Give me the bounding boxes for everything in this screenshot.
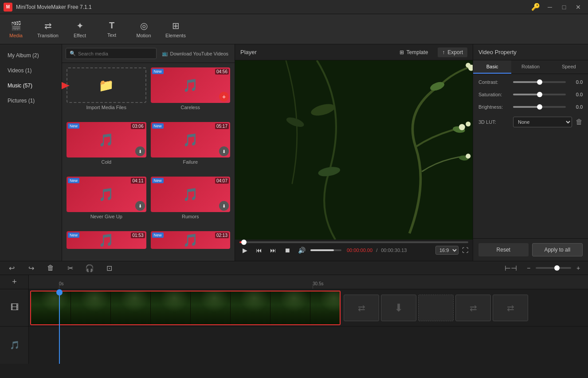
brightness-row: Brightness: 0.0 bbox=[478, 104, 583, 110]
play-button[interactable]: ▶ bbox=[239, 245, 250, 256]
new-badge-cold: New bbox=[68, 123, 79, 129]
transition-slot-2[interactable]: ⬇ bbox=[381, 295, 416, 321]
brightness-slider[interactable] bbox=[513, 106, 566, 108]
transition-slot-1[interactable]: ⇄ bbox=[344, 295, 379, 321]
transition-arrow-5: ⇄ bbox=[507, 303, 514, 313]
saturation-slider[interactable] bbox=[513, 94, 566, 95]
media-card-item6[interactable]: 🎵 New 01:53 bbox=[67, 231, 146, 256]
download-cold-button[interactable]: ⬇ bbox=[135, 146, 145, 156]
download-ngu-button[interactable]: ⬇ bbox=[135, 201, 145, 211]
aspect-ratio-select[interactable]: 16:9 4:3 1:1 bbox=[435, 246, 459, 255]
player-video bbox=[235, 60, 473, 240]
sidebar-item-music[interactable]: Music (57) bbox=[0, 78, 62, 93]
transition-slot-3[interactable] bbox=[418, 295, 454, 321]
ruler-mark-1: 30.5s bbox=[313, 281, 323, 286]
new-badge-item7: New bbox=[152, 232, 164, 238]
maximize-button[interactable]: □ bbox=[558, 2, 570, 12]
sidebar-item-album[interactable]: My Album (2) bbox=[0, 48, 62, 63]
tab-basic[interactable]: Basic bbox=[473, 60, 511, 74]
media-card-rumors[interactable]: 🎵 New 04:07 ⬇ Rumors bbox=[151, 177, 231, 227]
brightness-slider-thumb bbox=[537, 104, 542, 110]
toolbar-media[interactable]: 🎬 Media bbox=[0, 14, 32, 44]
crop-button[interactable]: ⊡ bbox=[103, 262, 115, 274]
download-rumors-button[interactable]: ⬇ bbox=[219, 201, 229, 211]
duration-careless: 04:56 bbox=[215, 69, 229, 75]
delete-button[interactable]: 🗑 bbox=[44, 262, 57, 274]
clip-frame-2 bbox=[71, 291, 111, 324]
transition-slot-5[interactable]: ⇄ bbox=[493, 295, 528, 321]
controls-row: ▶ ⏮ ⏭ ⏹ 🔊 00:00:00.00 / 00:00:30.13 16:9… bbox=[239, 245, 468, 256]
redo-button[interactable]: ↪ bbox=[25, 262, 37, 274]
clip-frame-7 bbox=[270, 291, 310, 324]
volume-slider[interactable] bbox=[310, 249, 341, 251]
minimize-button[interactable]: ─ bbox=[544, 2, 556, 12]
sidebar: My Album (2) Videos (1) Music (57) Pictu… bbox=[0, 44, 62, 261]
import-label: Import Media Files bbox=[67, 105, 146, 110]
sidebar-item-videos[interactable]: Videos (1) bbox=[0, 63, 62, 78]
apply-all-button[interactable]: Apply to all bbox=[532, 243, 583, 256]
volume-button[interactable]: 🔊 bbox=[296, 245, 307, 256]
playhead[interactable] bbox=[59, 289, 60, 364]
prev-frame-button[interactable]: ⏮ bbox=[254, 245, 264, 256]
contrast-slider[interactable] bbox=[513, 81, 566, 83]
add-careless-button[interactable]: + bbox=[219, 92, 229, 102]
audio-track bbox=[29, 327, 588, 364]
zoom-slider[interactable] bbox=[536, 267, 571, 269]
progress-bar[interactable] bbox=[239, 241, 468, 243]
music-note-icon-3: 🎵 bbox=[183, 133, 198, 147]
toolbar-motion[interactable]: ◎ Motion bbox=[128, 14, 160, 44]
download-youtube-button[interactable]: 📺 Download YouTube Videos bbox=[159, 49, 231, 58]
tab-speed[interactable]: Speed bbox=[550, 60, 588, 74]
video-clip[interactable] bbox=[30, 291, 341, 325]
cut-button[interactable]: ✂ bbox=[64, 262, 76, 274]
media-card-failure[interactable]: 🎵 New 05:17 ⬇ Failure bbox=[151, 122, 231, 172]
tab-rotation[interactable]: Rotation bbox=[511, 60, 549, 74]
property-tabs: Basic Rotation Speed bbox=[473, 60, 588, 74]
time-current: 00:00:00.00 bbox=[347, 248, 372, 253]
close-button[interactable]: ✕ bbox=[572, 2, 584, 12]
bottom-toolbar: ↩ ↪ 🗑 ✂ 🎧 ⊡ ⊢⊣ − + bbox=[0, 261, 588, 275]
saturation-label: Saturation: bbox=[478, 92, 510, 97]
contrast-label: Contrast: bbox=[478, 79, 510, 85]
media-card-cold[interactable]: 🎵 New 03:06 ⬇ Cold bbox=[67, 122, 146, 172]
media-card-nevergiveup[interactable]: 🎵 New 04:11 ⬇ Never Give Up bbox=[67, 177, 146, 227]
toolbar-text[interactable]: T Text bbox=[96, 14, 128, 44]
download-failure-button[interactable]: ⬇ bbox=[219, 146, 229, 156]
search-box[interactable]: 🔍 Search media bbox=[66, 48, 157, 59]
time-separator: / bbox=[376, 248, 377, 253]
zoom-in-button[interactable]: + bbox=[574, 264, 583, 272]
media-card-careless[interactable]: 🎵 New 04:56 + Careless bbox=[151, 67, 231, 118]
clip-frame-5 bbox=[191, 291, 231, 324]
media-card-item7[interactable]: 🎵 New 02:13 bbox=[151, 231, 231, 256]
stop-button[interactable]: ⏹ bbox=[282, 245, 293, 256]
split-button[interactable]: ⊢⊣ bbox=[505, 262, 517, 274]
template-button[interactable]: ⊞ Template bbox=[395, 47, 433, 57]
audio-button[interactable]: 🎧 bbox=[83, 262, 96, 274]
new-badge-failure: New bbox=[152, 123, 164, 129]
reset-button[interactable]: Reset bbox=[478, 243, 529, 256]
volume-fill bbox=[310, 249, 334, 251]
toolbar-elements[interactable]: ⊞ Elements bbox=[160, 14, 192, 44]
contrast-value: 0.0 bbox=[569, 79, 583, 85]
ngu-label: Never Give Up bbox=[67, 214, 146, 219]
toolbar-effect[interactable]: ✦ Effect bbox=[64, 14, 96, 44]
timeline-add-button[interactable]: + bbox=[0, 275, 29, 289]
svg-point-6 bbox=[466, 63, 470, 68]
media-card-import[interactable]: 📁 Import Media Files bbox=[67, 67, 146, 118]
toolbar-transition[interactable]: ⇄ Transition bbox=[32, 14, 64, 44]
transition-slot-4[interactable]: ⇄ bbox=[455, 295, 491, 321]
property-title: Video Property bbox=[473, 44, 588, 60]
export-icon: ↑ bbox=[442, 49, 445, 55]
sidebar-item-pictures[interactable]: Pictures (1) bbox=[0, 93, 62, 108]
contrast-slider-thumb bbox=[537, 79, 542, 85]
lut-delete-button[interactable]: 🗑 bbox=[576, 118, 583, 126]
next-frame-button[interactable]: ⏭ bbox=[268, 245, 278, 256]
undo-button[interactable]: ↩ bbox=[5, 262, 18, 274]
lut-row: 3D LUT: None 🗑 bbox=[478, 117, 583, 127]
zoom-out-button[interactable]: − bbox=[524, 264, 533, 272]
clip-frame-8 bbox=[310, 291, 341, 324]
fullscreen-button[interactable]: ⛶ bbox=[462, 247, 468, 254]
transition-icon: ⇄ bbox=[44, 20, 52, 31]
lut-select[interactable]: None bbox=[513, 117, 572, 127]
export-button[interactable]: ↑ Export bbox=[438, 47, 467, 57]
